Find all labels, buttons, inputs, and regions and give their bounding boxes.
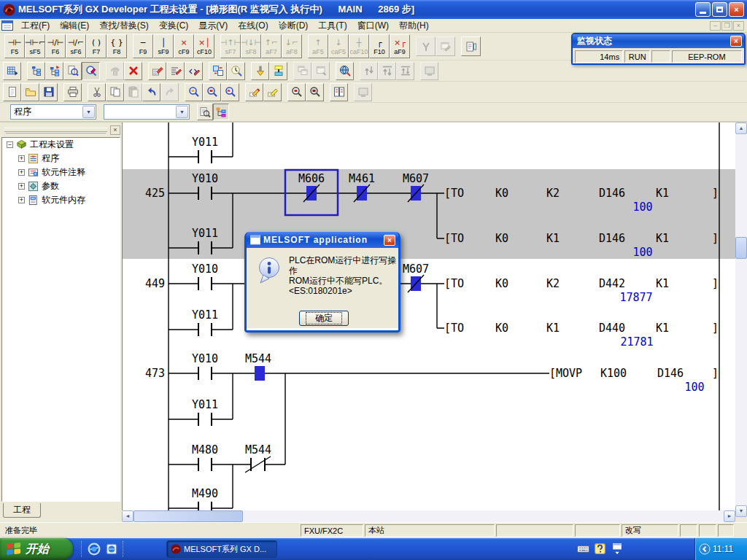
delete-all-button[interactable]	[124, 62, 142, 80]
window-cascade-button[interactable]	[293, 62, 311, 80]
quick-launch-grip[interactable]	[123, 541, 125, 557]
remote-operation-button[interactable]	[106, 62, 124, 80]
ladder-list-toggle-button[interactable]	[3, 62, 21, 80]
zoom-monitor-button[interactable]	[287, 83, 306, 101]
menu-find-replace[interactable]: 查找/替换(S)	[94, 18, 153, 34]
quick-launch-grip[interactable]	[81, 541, 83, 557]
vertical-scrollbar[interactable]: ▲ ▼	[735, 122, 747, 517]
tree-root-project[interactable]: −工程未设置	[2, 138, 120, 152]
falling-pulse-contact-button[interactable]: ⊣↓⊢sF8	[241, 34, 261, 58]
mdi-minimize-button[interactable]: –	[710, 21, 721, 31]
falling-pulse-parallel-button[interactable]: ↓⌐aF8	[282, 34, 302, 58]
menu-edit[interactable]: 编辑(E)	[55, 18, 94, 34]
project-data-list-button[interactable]	[27, 62, 45, 80]
minimize-button[interactable]	[695, 2, 711, 17]
menu-project[interactable]: 工程(F)	[16, 18, 55, 34]
new-project-button[interactable]	[3, 83, 21, 101]
invert-result-falling-button[interactable]: ↓caF5	[328, 34, 349, 58]
browser-shortcut-icon[interactable]	[105, 542, 118, 556]
rising-pulse-contact-button[interactable]: ⊣↑⊢sF7	[220, 34, 241, 58]
project-tab[interactable]: 工程	[3, 503, 41, 518]
rising-pulse-parallel-button[interactable]: ↑⌐aF7	[261, 34, 282, 58]
tree-expand-box[interactable]: +	[18, 155, 25, 162]
chevron-down-icon[interactable]: ▼	[82, 106, 95, 118]
menu-window[interactable]: 窗口(W)	[352, 18, 394, 34]
menu-online[interactable]: 在线(O)	[233, 18, 273, 34]
window-tray-icon[interactable]	[611, 542, 623, 555]
note-edit-button[interactable]	[185, 62, 203, 80]
delete-free-line-button[interactable]: ×┌aF9	[390, 34, 410, 58]
tree-item-program[interactable]: +程序	[2, 152, 120, 166]
scan-time-monitor-button[interactable]	[227, 62, 245, 80]
open-contact-parallel-button[interactable]: ⊣⊢⌐sF5	[25, 34, 45, 58]
project-data-pin-button[interactable]	[45, 62, 63, 80]
open-project-button[interactable]	[21, 83, 39, 101]
monitor-stop-button[interactable]	[269, 62, 287, 80]
window-open-new-button[interactable]	[311, 62, 330, 80]
instruction-list-tool-button[interactable]	[461, 36, 481, 56]
menu-convert[interactable]: 变换(C)	[154, 18, 194, 34]
project-data-list-toggle-button[interactable]	[213, 104, 229, 120]
zoom-monitor-stop-button[interactable]	[306, 83, 324, 101]
tree-item-parameter[interactable]: +参数	[2, 179, 120, 193]
tree-expand-box[interactable]: −	[7, 141, 13, 148]
find-in-window-button[interactable]	[197, 104, 213, 120]
closed-contact-parallel-button[interactable]: ⊣/⌐sF6	[66, 34, 86, 58]
menu-view[interactable]: 显示(V)	[193, 18, 233, 34]
window-split-button[interactable]	[330, 83, 348, 101]
scroll-up-arrow[interactable]: ▲	[735, 122, 747, 134]
delete-vertical-line-button[interactable]: ×│cF10	[194, 34, 214, 58]
find-device-combobox[interactable]: ▼	[104, 104, 190, 120]
dialog-titlebar[interactable]: MELSOFT application ×	[247, 232, 398, 248]
mdi-close-button[interactable]: ×	[733, 21, 744, 31]
open-contact-button[interactable]: ⊣⊢F5	[4, 34, 25, 58]
menu-diagnostics[interactable]: 诊断(D)	[274, 18, 314, 34]
redo-button[interactable]	[160, 83, 179, 101]
start-button[interactable]: 开始	[0, 538, 73, 560]
invert-operation-button[interactable]: ┼caF10	[349, 34, 369, 58]
buffer-memory-monitor-button[interactable]	[396, 62, 414, 80]
statement-edit-button[interactable]	[166, 62, 185, 80]
monitor-mode-button[interactable]	[251, 62, 269, 80]
find-string-button[interactable]	[221, 83, 239, 101]
project-tree[interactable]: −工程未设置+程序+软元件注释+参数+软元件内存	[1, 137, 120, 502]
monitor-write-mode-button[interactable]	[82, 62, 100, 80]
entry-data-monitor-button[interactable]	[378, 62, 396, 80]
internet-explorer-icon[interactable]	[88, 542, 101, 556]
horizontal-line-button[interactable]: ─F9	[133, 34, 153, 58]
horizontal-scrollbar[interactable]: ◄ ►	[122, 510, 735, 522]
chevron-down-icon[interactable]: ▼	[176, 106, 188, 118]
data-entry-tool-button[interactable]	[436, 36, 455, 56]
invert-result-rising-button[interactable]: ↑aF5	[308, 34, 328, 58]
print-button[interactable]	[63, 83, 82, 101]
restore-button[interactable]	[712, 2, 727, 17]
mdi-child-icon[interactable]	[1, 20, 13, 31]
keyboard-icon[interactable]	[577, 542, 589, 555]
tree-item-device-comment[interactable]: +软元件注释	[2, 166, 120, 179]
scroll-left-arrow[interactable]: ◄	[122, 510, 133, 522]
application-instruction-button[interactable]: { }F8	[107, 34, 127, 58]
delete-horizontal-line-button[interactable]: ×cF9	[174, 34, 194, 58]
tree-expand-box[interactable]: +	[18, 197, 25, 203]
undo-button[interactable]	[142, 83, 160, 101]
save-project-button[interactable]	[39, 83, 58, 101]
device-batch-monitor-button[interactable]	[360, 62, 378, 80]
ladder-editor[interactable]: Y011425Y010M606M461M607[TOK0K2D146K1]100…	[122, 122, 735, 510]
cut-button[interactable]	[88, 83, 106, 101]
comment-edit-button[interactable]	[148, 62, 166, 80]
online-change-button[interactable]	[336, 62, 354, 80]
find-instruction-button[interactable]	[203, 83, 221, 101]
coil-button[interactable]: ( )F7	[86, 34, 107, 58]
tree-expand-box[interactable]: +	[18, 169, 25, 176]
mdi-restore-button[interactable]: ❒	[721, 21, 732, 31]
program-exchange-button[interactable]	[209, 62, 227, 80]
monitor-status-close-button[interactable]: ×	[730, 36, 742, 47]
taskbar-task-button[interactable]: MELSOFT系列 GX D...	[166, 540, 277, 558]
statement-display-button[interactable]	[263, 83, 282, 101]
panel-grip[interactable]	[4, 128, 107, 132]
help-tray-icon[interactable]	[594, 542, 606, 555]
dialog-close-button[interactable]: ×	[384, 235, 395, 246]
vertical-line-button[interactable]: │sF9	[153, 34, 174, 58]
tray-collapse-chevron-icon[interactable]	[699, 543, 711, 555]
menu-tools[interactable]: 工具(T)	[313, 18, 352, 34]
